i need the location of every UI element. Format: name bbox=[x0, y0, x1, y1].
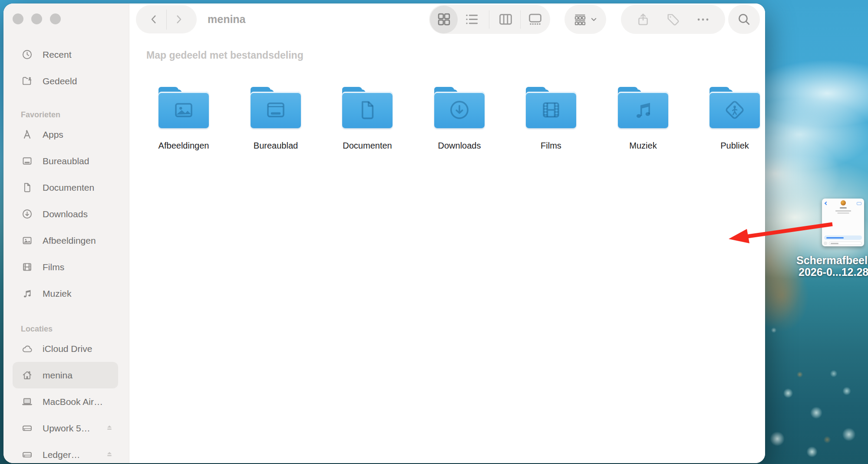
sidebar-item-label: Afbeeldingen bbox=[43, 235, 96, 246]
folder-publiek[interactable]: Publiek bbox=[700, 87, 765, 151]
gallery-view-button[interactable] bbox=[526, 11, 544, 27]
more-options-button[interactable] bbox=[692, 7, 714, 33]
sidebar-item-apps[interactable]: Apps bbox=[3, 121, 129, 148]
mini-video-icon bbox=[857, 202, 861, 205]
home-icon bbox=[20, 369, 33, 381]
sidebar-item-label: menina bbox=[43, 370, 73, 381]
external-drive-icon bbox=[20, 422, 33, 434]
window-controls bbox=[13, 13, 61, 24]
sidebar: Recent Gedeeld Favorieten Apps Bureau bbox=[3, 3, 129, 463]
folder-icon bbox=[251, 87, 301, 128]
folder-icon bbox=[158, 87, 209, 128]
folder-label: Films bbox=[516, 141, 586, 151]
tag-icon[interactable] bbox=[662, 7, 684, 33]
folder-muziek[interactable]: Muziek bbox=[608, 87, 678, 151]
folder-label: Publiek bbox=[700, 141, 765, 151]
mini-message-bubble bbox=[824, 235, 862, 240]
mini-meta-bar bbox=[835, 210, 851, 212]
desktop-file-label-line2[interactable]: 2026-0...12.28 bbox=[799, 266, 868, 278]
sidebar-item-label: Gedeeld bbox=[43, 76, 77, 86]
sidebar-item-menina[interactable]: menina bbox=[13, 362, 118, 388]
sidebar-item-icloud-drive[interactable]: iCloud Drive bbox=[3, 335, 129, 362]
sidebar-item-label: Muziek bbox=[43, 288, 72, 299]
sidebar-item-gedeeld[interactable]: Gedeeld bbox=[3, 68, 129, 94]
sidebar-item-label: Documenten bbox=[43, 182, 94, 193]
sidebar-item-bureaublad[interactable]: Bureaublad bbox=[3, 148, 129, 174]
photo-glyph bbox=[172, 98, 195, 122]
download-icon bbox=[20, 208, 33, 220]
folder-icon bbox=[434, 87, 485, 128]
finder-content: menina bbox=[129, 3, 765, 463]
forward-button[interactable] bbox=[171, 9, 187, 30]
view-divider bbox=[489, 10, 489, 29]
folder-downloads[interactable]: Downloads bbox=[425, 87, 494, 151]
music-icon bbox=[20, 288, 33, 299]
desktop-file-screenshot-thumbnail[interactable] bbox=[822, 199, 864, 246]
photos-icon bbox=[20, 235, 33, 246]
clock-icon bbox=[20, 49, 33, 60]
laptop-icon bbox=[20, 396, 33, 408]
cloud-icon bbox=[20, 343, 33, 355]
mini-back-chevron bbox=[825, 202, 828, 205]
mini-avatar bbox=[841, 200, 846, 205]
shared-folder-banner: Map gedeeld met bestandsdeling bbox=[146, 50, 304, 61]
sidebar-item-afbeeldingen[interactable]: Afbeeldingen bbox=[3, 227, 129, 254]
sidebar-list: Recent Gedeeld Favorieten Apps Bureau bbox=[3, 3, 129, 463]
search-button[interactable] bbox=[728, 5, 760, 34]
view-divider bbox=[520, 10, 521, 29]
mini-plus-circle bbox=[824, 242, 827, 245]
folder-icon bbox=[710, 87, 760, 128]
folder-label: Bureaublad bbox=[241, 141, 310, 151]
chevron-down-icon bbox=[590, 15, 598, 23]
columns-view-button[interactable] bbox=[497, 11, 514, 27]
desktop-glyph bbox=[264, 98, 287, 122]
sidebar-item-label: MacBook Air… bbox=[43, 397, 103, 407]
music-glyph bbox=[631, 98, 655, 122]
sidebar-item-documenten[interactable]: Documenten bbox=[3, 174, 129, 201]
minimize-button[interactable] bbox=[31, 13, 42, 24]
group-by-button[interactable] bbox=[564, 5, 606, 34]
folder-icon bbox=[618, 87, 668, 128]
public-sign-glyph bbox=[723, 98, 746, 122]
folder-films[interactable]: Films bbox=[516, 87, 586, 151]
nav-button-group bbox=[136, 5, 197, 33]
sidebar-item-label: Bureaublad bbox=[43, 156, 89, 166]
share-button[interactable] bbox=[632, 7, 654, 33]
sidebar-item-label: Upwork 5… bbox=[43, 423, 90, 434]
sidebar-item-upwork-drive[interactable]: Upwork 5… bbox=[3, 415, 129, 441]
grid-view-button[interactable] bbox=[430, 6, 458, 33]
eject-icon[interactable] bbox=[105, 424, 114, 433]
sidebar-item-label: Apps bbox=[43, 129, 63, 140]
folder-bureaublad[interactable]: Bureaublad bbox=[241, 87, 310, 151]
sidebar-item-muziek[interactable]: Muziek bbox=[3, 280, 129, 307]
zoom-button[interactable] bbox=[50, 13, 61, 24]
folder-icon bbox=[342, 87, 393, 128]
sidebar-item-ledger-drive[interactable]: Ledger… bbox=[3, 441, 129, 463]
film-icon bbox=[20, 261, 33, 273]
download-glyph bbox=[448, 98, 471, 122]
sidebar-section-locaties: Locaties bbox=[3, 322, 129, 335]
folder-documenten[interactable]: Documenten bbox=[333, 87, 402, 151]
sidebar-item-label: Films bbox=[43, 262, 64, 272]
desktop-file-label-line1[interactable]: Schermafbeeld bbox=[796, 254, 868, 267]
list-view-button[interactable] bbox=[463, 11, 480, 27]
film-glyph bbox=[539, 98, 563, 122]
folder-afbeeldingen[interactable]: Afbeeldingen bbox=[149, 87, 218, 151]
folder-label: Downloads bbox=[425, 141, 494, 151]
sidebar-item-macbook-air[interactable]: MacBook Air… bbox=[3, 388, 129, 415]
nav-divider bbox=[166, 10, 167, 30]
mini-name-bar bbox=[840, 207, 847, 209]
eject-icon[interactable] bbox=[105, 450, 114, 460]
group-icon bbox=[573, 12, 587, 27]
finder-window: Recent Gedeeld Favorieten Apps Bureau bbox=[3, 3, 765, 463]
sidebar-item-label: iCloud Drive bbox=[43, 344, 92, 354]
sidebar-item-recent[interactable]: Recent bbox=[3, 41, 129, 68]
close-button[interactable] bbox=[13, 13, 23, 24]
document-icon bbox=[20, 182, 33, 193]
sidebar-item-label: Recent bbox=[43, 50, 72, 60]
sidebar-item-downloads[interactable]: Downloads bbox=[3, 201, 129, 227]
folder-icon bbox=[526, 87, 576, 128]
sidebar-item-films[interactable]: Films bbox=[3, 254, 129, 280]
back-button[interactable] bbox=[146, 9, 162, 30]
folder-label: Afbeeldingen bbox=[149, 141, 218, 151]
